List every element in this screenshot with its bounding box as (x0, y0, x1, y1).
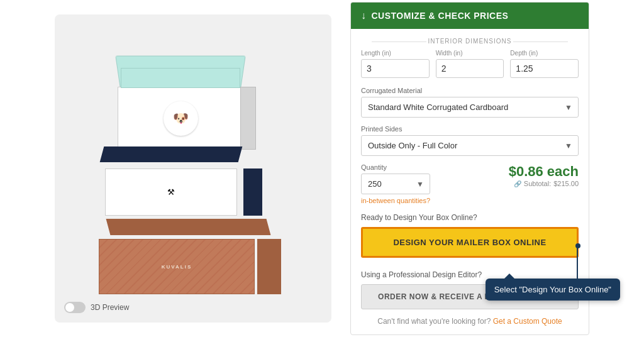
depth-field: Depth (in) (510, 50, 579, 78)
middle-box-logo: ⚒ (160, 181, 182, 203)
material-select-wrapper: Standard White Corrugated Cardboard Prem… (361, 97, 579, 118)
panel-title: CUSTOMIZE & CHECK PRICES (372, 11, 509, 21)
design-online-question: Ready to Design Your Box Online? (361, 213, 579, 222)
panel-header: ↓ CUSTOMIZE & CHECK PRICES (351, 3, 589, 29)
brand-name-bottom: KUVALIS (162, 264, 192, 270)
length-label: Length (in) (361, 50, 430, 57)
subtotal-value: $215.00 (553, 180, 579, 187)
cant-find-text: Can't find what you're looking for? (377, 317, 491, 326)
price-subtotal: 🔗 Subtotal: $215.00 (509, 180, 579, 187)
printed-sides-select-wrapper: Outside Only - Full Color Outside Only C… (361, 135, 579, 156)
connector-line (577, 247, 578, 282)
product-image-panel: 🐶 ⚒ (55, 14, 331, 323)
dimensions-row: Length (in) Width (in) Depth (in) (361, 50, 579, 78)
printed-sides-select[interactable]: Outside Only - Full Color Outside Only C… (361, 135, 579, 156)
length-field: Length (in) (361, 50, 430, 78)
printed-sides-label: Printed Sides (361, 125, 579, 133)
dieline-question: Using a Professional Design Editor? (361, 270, 579, 279)
dimensions-label: INTERIOR DIMENSIONS (361, 38, 579, 45)
3d-preview-toggle[interactable] (64, 302, 86, 313)
material-group: Corrugated Material Standard White Corru… (361, 87, 579, 118)
top-box-logo: 🐶 (164, 101, 198, 136)
link-icon: 🔗 (514, 180, 521, 187)
length-input[interactable] (361, 59, 430, 78)
design-online-section: Ready to Design Your Box Online? DESIGN … (361, 213, 579, 267)
dimensions-section: INTERIOR DIMENSIONS Length (in) Width (i… (361, 38, 579, 78)
design-online-button[interactable]: DESIGN YOUR MAILER BOX ONLINE (361, 227, 579, 258)
preview-controls: 3D Preview (64, 302, 129, 313)
printed-sides-group: Printed Sides Outside Only - Full Color … (361, 125, 579, 156)
callout-text: Select "Design Your Box Online" (494, 285, 611, 294)
width-input[interactable] (436, 59, 504, 78)
preview-label: 3D Preview (91, 303, 129, 312)
middle-box: ⚒ (105, 146, 262, 216)
depth-label: Depth (in) (510, 50, 579, 57)
main-container: 🐶 ⚒ (0, 0, 644, 337)
custom-quote-row: Can't find what you're looking for? Get … (361, 317, 579, 326)
quantity-group: Quantity 50 100 150 200 250 500 1000 ▼ (361, 163, 430, 194)
top-box: 🐶 (118, 55, 256, 156)
price-each: $0.86 each (509, 163, 579, 180)
bottom-box: KUVALIS (99, 219, 281, 294)
width-field: Width (in) (436, 50, 504, 78)
price-section: $0.86 each 🔗 Subtotal: $215.00 (509, 163, 579, 187)
quantity-label: Quantity (361, 163, 430, 171)
quantity-select-wrapper: 50 100 150 200 250 500 1000 ▼ (361, 174, 430, 194)
boxes-illustration: 🐶 ⚒ (92, 49, 294, 288)
width-label: Width (in) (436, 50, 504, 57)
callout-annotation: Select "Design Your Box Online" (486, 279, 620, 301)
down-arrow-icon: ↓ (361, 10, 367, 21)
quantity-price-row: Quantity 50 100 150 200 250 500 1000 ▼ (361, 163, 579, 194)
material-select[interactable]: Standard White Corrugated Cardboard Prem… (361, 97, 579, 118)
depth-input[interactable] (510, 59, 579, 78)
connector-dot (575, 243, 580, 248)
in-between-quantities-link[interactable]: in-between quantities? (361, 197, 579, 204)
subtotal-prefix: Subtotal: (524, 180, 551, 187)
custom-quote-link[interactable]: Get a Custom Quote (493, 317, 562, 326)
quantity-select[interactable]: 50 100 150 200 250 500 1000 (361, 174, 430, 194)
material-label: Corrugated Material (361, 87, 579, 94)
